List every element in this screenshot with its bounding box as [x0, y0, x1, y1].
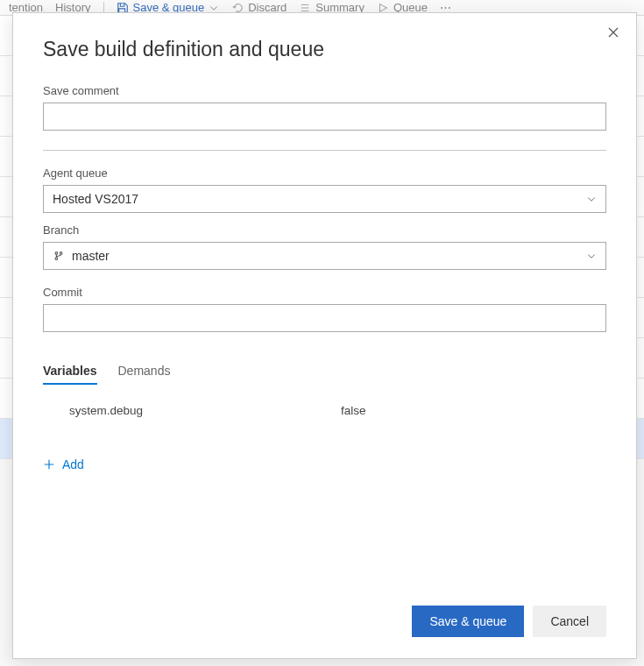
section-divider: [43, 150, 606, 151]
variable-value: false: [341, 404, 366, 417]
save-comment-input[interactable]: [43, 103, 606, 131]
chevron-down-icon: [209, 3, 219, 13]
commit-label: Commit: [43, 286, 606, 299]
save-queue-dialog: Save build definition and queue Save com…: [12, 12, 637, 659]
tab-demands[interactable]: Demands: [118, 364, 171, 385]
branch-icon: [53, 250, 65, 262]
save-queue-button[interactable]: Save & queue: [412, 606, 524, 637]
commit-input[interactable]: [43, 304, 606, 332]
close-button[interactable]: [606, 25, 620, 39]
add-variable-link[interactable]: Add: [43, 457, 606, 471]
branch-select[interactable]: master: [43, 242, 606, 270]
plus-icon: [43, 458, 55, 471]
variable-row[interactable]: system.debug false: [43, 397, 606, 424]
close-icon: [606, 25, 620, 39]
branch-label: Branch: [43, 223, 606, 237]
agent-queue-label: Agent queue: [43, 166, 606, 180]
dialog-footer: Save & queue Cancel: [43, 606, 606, 637]
add-label: Add: [62, 457, 84, 471]
cancel-button[interactable]: Cancel: [533, 606, 606, 637]
save-comment-label: Save comment: [43, 84, 606, 97]
chevron-down-icon: [586, 194, 597, 204]
tab-variables[interactable]: Variables: [43, 364, 97, 385]
branch-value: master: [72, 249, 110, 263]
variable-name: system.debug: [69, 404, 341, 417]
agent-queue-select[interactable]: Hosted VS2017: [43, 185, 606, 213]
agent-queue-value: Hosted VS2017: [53, 192, 138, 206]
dialog-title: Save build definition and queue: [43, 38, 606, 61]
chevron-down-icon: [586, 251, 597, 261]
tabs: Variables Demands: [43, 364, 606, 385]
